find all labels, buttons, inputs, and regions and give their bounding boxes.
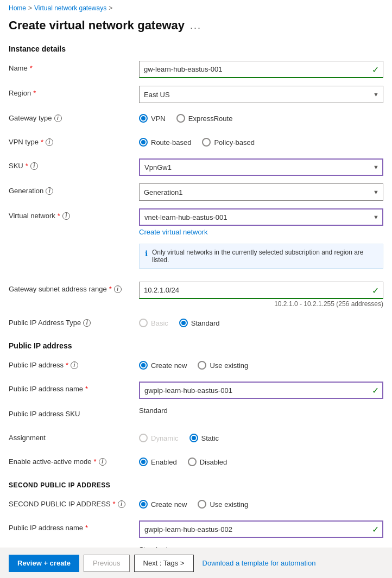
name-input[interactable] [139,61,383,78]
gateway-type-row: Gateway type i VPN ExpressRoute [9,111,383,127]
gateway-subnet-info-icon[interactable]: i [114,285,122,293]
active-active-enabled-radio[interactable] [139,458,148,466]
second-public-ip-create-new-label: Create new [151,500,187,509]
generation-info-icon[interactable]: i [46,187,53,195]
generation-row: Generation i Generation1 ▼ [9,183,383,201]
ellipsis-menu-button[interactable]: ... [190,20,201,31]
ip-address-type-standard-radio[interactable] [179,319,188,327]
region-control-area: East US ▼ [139,86,383,103]
assignment-static-label: Static [201,434,219,442]
create-virtual-network-link[interactable]: Create virtual network [139,228,383,236]
public-ip-address-label: Public IP address * i [9,358,139,369]
virtual-network-select[interactable]: vnet-learn-hub-eastus-001 [139,208,383,226]
previous-button[interactable]: Previous [84,555,130,572]
breadcrumb-parent[interactable]: Virtual network gateways [34,4,106,12]
sku-label: SKU * i [9,158,139,170]
sku-select[interactable]: VpnGw1 [139,158,383,176]
virtual-network-info-icon[interactable]: i [62,212,70,220]
sku-info-icon[interactable]: i [30,162,38,170]
name-label: Name * [9,61,139,72]
breadcrumb-home[interactable]: Home [9,4,26,12]
public-ip-name-input[interactable] [139,382,383,399]
second-public-ip-name-label: Public IP address name * [9,520,139,532]
region-select[interactable]: East US [139,86,383,103]
vpn-type-routebased-option[interactable]: Route-based [139,138,191,147]
download-template-link[interactable]: Download a template for automation [198,559,320,567]
generation-select[interactable]: Generation1 [139,183,383,201]
public-ip-name-row: Public IP address name * ✓ [9,382,383,399]
vpn-type-policybased-radio[interactable] [202,138,211,147]
ip-address-type-info-icon[interactable]: i [83,319,91,327]
gateway-subnet-valid-icon: ✓ [372,285,379,296]
name-valid-icon: ✓ [372,65,379,75]
region-row: Region * East US ▼ [9,86,383,103]
page-title: Create virtual network gateway [9,18,185,33]
network-info-spacer [9,244,139,247]
breadcrumb-sep2: > [109,4,112,12]
second-public-ip-address-row: SECOND PUBLIC IP ADDRESS * i Create new … [9,497,383,513]
sku-control-area: VpnGw1 ▼ [139,158,383,176]
ip-address-type-basic-radio [139,319,148,327]
ip-address-type-basic-label: Basic [151,319,168,327]
gateway-type-vpn-option[interactable]: VPN [139,114,166,123]
public-ip-create-new-radio[interactable] [139,361,148,370]
vpn-type-policybased-label: Policy-based [214,138,254,147]
review-create-button[interactable]: Review + create [9,555,79,572]
public-ip-use-existing-option[interactable]: Use existing [198,361,248,370]
second-public-ip-use-existing-option[interactable]: Use existing [198,500,248,509]
ip-address-type-control-area: Basic Standard [139,315,383,327]
gateway-type-info-icon[interactable]: i [54,115,62,122]
gateway-subnet-input-wrapper: ✓ [139,282,383,299]
public-ip-sku-value: Standard [139,403,168,415]
public-ip-address-row: Public IP address * i Create new Use exi… [9,358,383,374]
name-required: * [30,64,33,72]
second-public-ip-name-input[interactable] [139,520,383,538]
public-ip-create-new-option[interactable]: Create new [139,361,187,370]
assignment-dynamic-option[interactable]: Dynamic [139,434,179,442]
public-ip-sku-label: Public IP address SKU [9,406,139,418]
second-public-ip-control-area: Create new Use existing [139,497,383,509]
ip-address-type-standard-option[interactable]: Standard [179,319,220,327]
gateway-subnet-input[interactable] [139,282,383,299]
vpn-type-routebased-radio[interactable] [139,138,148,147]
ip-address-type-basic-option[interactable]: Basic [139,319,168,327]
active-active-info-icon[interactable]: i [99,458,106,466]
active-active-required: * [93,458,96,466]
second-public-ip-name-control-area: ✓ [139,520,383,538]
active-active-enabled-option[interactable]: Enabled [139,458,177,466]
gateway-type-expressroute-option[interactable]: ExpressRoute [176,114,233,123]
gateway-type-label: Gateway type i [9,111,139,122]
virtual-network-select-wrapper: vnet-learn-hub-eastus-001 ▼ [139,208,383,226]
public-ip-name-label: Public IP address name * [9,382,139,393]
active-active-control-area: Enabled Disabled [139,454,383,466]
active-active-enabled-label: Enabled [151,458,177,466]
vpn-type-policybased-option[interactable]: Policy-based [202,138,254,147]
name-row: Name * ✓ [9,61,383,78]
gateway-type-expressroute-radio[interactable] [176,114,185,123]
public-ip-required: * [66,361,68,369]
public-ip-info-icon[interactable]: i [71,361,78,369]
network-info-bar: ℹ Only virtual networks in the currently… [139,244,383,269]
active-active-row: Enable active-active mode * i Enabled Di… [9,454,383,471]
public-ip-use-existing-radio[interactable] [198,361,206,370]
gateway-type-vpn-radio[interactable] [139,114,148,123]
public-ip-create-new-label: Create new [151,361,187,370]
assignment-static-radio[interactable] [189,434,198,442]
vpn-type-info-icon[interactable]: i [46,138,53,146]
second-public-ip-create-new-radio[interactable] [139,500,148,509]
gateway-type-expressroute-label: ExpressRoute [188,115,233,123]
second-public-ip-create-new-option[interactable]: Create new [139,500,187,509]
gateway-subnet-label: Gateway subnet address range * i [9,282,139,293]
sku-required: * [26,162,28,170]
region-select-wrapper: East US ▼ [139,86,383,103]
active-active-disabled-radio[interactable] [188,458,197,466]
next-button[interactable]: Next : Tags > [134,555,194,572]
second-public-ip-use-existing-radio[interactable] [198,500,206,509]
second-public-ip-info-icon[interactable]: i [118,500,125,508]
assignment-radio-group: Dynamic Static [139,430,383,442]
region-label: Region * [9,86,139,97]
assignment-static-option[interactable]: Static [189,434,219,442]
active-active-disabled-option[interactable]: Disabled [188,458,227,466]
second-public-ip-address-label: SECOND PUBLIC IP ADDRESS * i [9,497,139,508]
virtual-network-control-area: vnet-learn-hub-eastus-001 ▼ Create virtu… [139,208,383,236]
